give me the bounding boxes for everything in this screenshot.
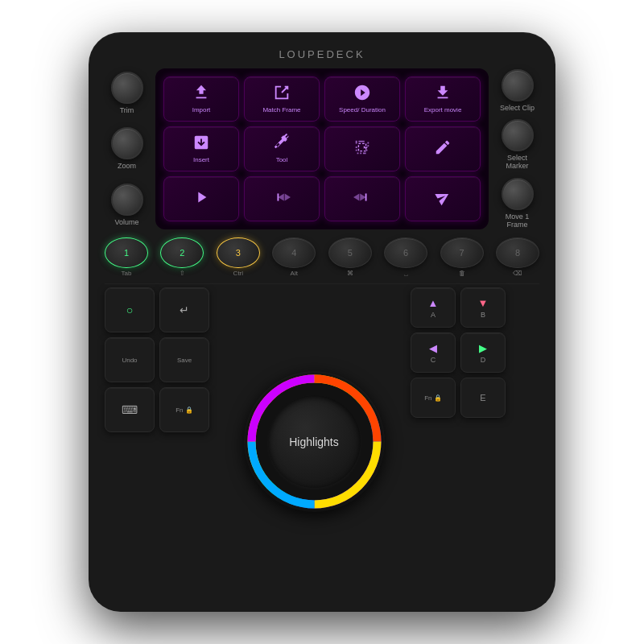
lcd-btn-insert-label: Insert xyxy=(193,156,209,164)
pad-btn-keyboard[interactable]: ⌨ xyxy=(105,387,155,432)
right-knob-column: Select Clip Select Marker Move 1 Frame xyxy=(495,68,539,229)
lcd-btn-pen[interactable] xyxy=(405,126,481,171)
lcd-btn-match-frame-label: Match Frame xyxy=(262,106,300,114)
pad-letter-c: C xyxy=(431,356,436,364)
right-pad-row-1: ▲ A ▼ B xyxy=(411,287,539,328)
pad-btn-undo[interactable]: Undo xyxy=(105,337,155,382)
pad-row-1: ○ ↵ xyxy=(105,287,217,332)
lcd-btn-trim-left[interactable] xyxy=(244,176,320,221)
trim-right-icon xyxy=(353,188,371,209)
knob-volume[interactable] xyxy=(111,184,143,216)
pad-btn-up-a[interactable]: ▲ A xyxy=(411,287,456,328)
insert-icon xyxy=(192,134,210,155)
num-sub-3: Ctrl xyxy=(233,270,243,277)
num-btn-4[interactable]: 4 xyxy=(272,237,316,268)
num-label-3: 3 xyxy=(236,248,241,258)
wheel-outer: Highlights xyxy=(244,371,385,512)
pad-row-2: Undo Save xyxy=(105,337,217,382)
top-section: Trim Zoom Volume Import xyxy=(105,68,539,229)
num-btn-1[interactable]: 1 xyxy=(105,237,148,268)
lcd-btn-insert[interactable]: Insert xyxy=(163,126,239,171)
pad-letter-d: D xyxy=(481,356,486,364)
lcd-btn-export[interactable]: Export movie xyxy=(405,76,481,122)
left-arrow-icon: ◀ xyxy=(429,342,437,354)
num-btn-6[interactable]: 6 xyxy=(384,237,427,268)
pad-btn-down-b[interactable]: ▼ B xyxy=(460,287,506,328)
num-btn-7[interactable]: 7 xyxy=(440,237,484,268)
lcd-btn-razor[interactable] xyxy=(405,176,481,221)
pad-letter-b: B xyxy=(481,311,485,319)
pad-btn-left-c[interactable]: ◀ C xyxy=(411,332,456,373)
num-btn-wrap-4: 4 Alt xyxy=(272,237,316,277)
tool-icon xyxy=(273,134,291,155)
knob-zoom[interactable] xyxy=(111,127,143,159)
num-btn-2[interactable]: 2 xyxy=(160,237,204,268)
fn-lock-right-label: Fn 🔒 xyxy=(424,394,442,402)
divider xyxy=(105,283,539,284)
knob-move-frame[interactable] xyxy=(502,178,534,210)
pad-btn-right-d[interactable]: ▶ D xyxy=(460,332,506,373)
knob-trim-label: Trim xyxy=(120,106,134,114)
circle-icon: ○ xyxy=(126,303,133,316)
pad-btn-save[interactable]: Save xyxy=(159,337,209,382)
num-btn-8[interactable]: 8 xyxy=(496,237,539,268)
right-pad-row-3: Fn 🔒 E xyxy=(411,378,539,418)
number-row: 1 Tab 2 ⇧ 3 Ctrl 4 Alt 5 ⌘ xyxy=(105,237,539,277)
knob-trim[interactable] xyxy=(111,72,143,104)
lcd-btn-import[interactable]: Import xyxy=(163,76,239,122)
pad-btn-o[interactable]: ○ xyxy=(105,287,155,332)
loupedeck-device: LOUPEDECK Trim Zoom Volume xyxy=(89,32,555,612)
trim-left-icon xyxy=(273,188,291,209)
lcd-panel: Import Match Frame Speed/ Duration Expor… xyxy=(155,68,489,229)
num-btn-3[interactable]: 3 xyxy=(217,237,260,268)
wheel-inner[interactable]: Highlights xyxy=(268,395,361,488)
right-arrow-icon: ▶ xyxy=(479,342,487,354)
lcd-btn-tool[interactable]: Tool xyxy=(244,126,320,171)
match-frame-icon xyxy=(273,84,291,105)
lcd-btn-speed-label: Speed/ Duration xyxy=(339,106,386,114)
num-sub-8: ⌫ xyxy=(513,270,522,277)
knob-select-marker[interactable] xyxy=(502,119,534,151)
num-sub-7: 🗑 xyxy=(459,270,465,277)
pad-btn-e[interactable]: E xyxy=(460,378,506,418)
num-sub-1: Tab xyxy=(122,270,132,277)
pad-btn-fn-lock-right[interactable]: Fn 🔒 xyxy=(411,378,456,418)
lcd-btn-trim-right[interactable] xyxy=(324,176,400,221)
lcd-btn-play[interactable] xyxy=(163,176,239,221)
keyboard-icon: ⌨ xyxy=(122,403,138,416)
selection-icon xyxy=(353,138,371,159)
left-knob-column: Trim Zoom Volume xyxy=(105,68,149,229)
wheel-container[interactable]: Highlights xyxy=(244,371,385,512)
num-btn-wrap-8: 8 ⌫ xyxy=(496,237,539,277)
right-pad-area: ▲ A ▼ B ◀ C ▶ D xyxy=(411,287,539,596)
num-btn-wrap-7: 7 🗑 xyxy=(440,237,484,277)
pen-icon xyxy=(434,138,452,159)
num-sub-4: Alt xyxy=(291,270,298,277)
pad-btn-enter[interactable]: ↵ xyxy=(159,287,209,332)
fn-lock-label-left: Fn 🔒 xyxy=(175,407,193,414)
pad-btn-fn-lock[interactable]: Fn 🔒 xyxy=(159,387,209,432)
num-label-6: 6 xyxy=(403,248,408,258)
num-btn-wrap-2: 2 ⇧ xyxy=(160,237,204,277)
up-arrow-icon: ▲ xyxy=(428,297,439,309)
center-area: Highlights xyxy=(224,287,404,596)
knob-select-clip[interactable] xyxy=(502,69,534,101)
knob-move-frame-label: Move 1 Frame xyxy=(495,213,539,229)
num-btn-wrap-1: 1 Tab xyxy=(105,237,148,277)
num-btn-wrap-6: 6 ⎵ xyxy=(384,237,427,277)
num-btn-5[interactable]: 5 xyxy=(328,237,372,268)
num-label-2: 2 xyxy=(180,248,184,258)
num-label-1: 1 xyxy=(124,248,129,258)
knob-select-clip-label: Select Clip xyxy=(500,104,535,112)
lcd-btn-match-frame[interactable]: Match Frame xyxy=(244,76,320,122)
lcd-btn-speed[interactable]: Speed/ Duration xyxy=(324,76,400,122)
knob-row-trim: Trim xyxy=(105,72,149,114)
lcd-btn-selection[interactable] xyxy=(324,126,400,171)
wheel-label: Highlights xyxy=(289,436,338,448)
knob-row-volume: Volume xyxy=(105,184,149,226)
down-arrow-icon: ▼ xyxy=(478,297,489,309)
lcd-btn-tool-label: Tool xyxy=(276,156,288,164)
num-sub-5: ⌘ xyxy=(347,270,353,277)
num-label-5: 5 xyxy=(348,248,353,258)
num-btn-wrap-5: 5 ⌘ xyxy=(328,237,372,277)
